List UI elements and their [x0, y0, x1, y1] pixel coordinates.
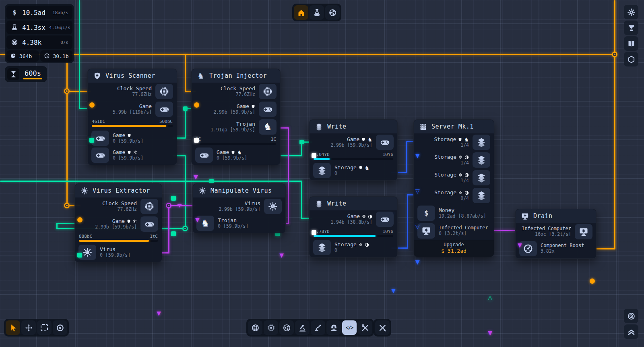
input-port[interactable] [77, 253, 82, 258]
output-port[interactable]: ▼ [488, 330, 492, 336]
compress-badge-icon [359, 243, 363, 247]
timer-panel: 600s [5, 66, 47, 82]
layers-icon [314, 122, 323, 131]
layers-icon[interactable] [313, 240, 331, 255]
node-header[interactable]: Write [310, 197, 397, 210]
cpu-icon[interactable] [155, 84, 173, 99]
input-port[interactable] [194, 138, 199, 143]
center-view-button[interactable] [624, 309, 638, 323]
node-virus-scanner[interactable]: Virus Scanner Clock Speed77.6ZHz Game5.9… [87, 69, 177, 165]
layers-icon[interactable] [473, 135, 490, 150]
monitor-virus-icon[interactable] [575, 224, 592, 239]
cooling-button[interactable] [279, 320, 294, 335]
output-port[interactable]: △ [488, 295, 492, 300]
output-row: Virus0 [59.9b/s] ▼ [75, 244, 162, 262]
resource-rate: 0/s [60, 40, 68, 45]
gamepad-icon[interactable] [376, 212, 394, 227]
input-port[interactable]: ▼ [415, 259, 420, 265]
select-tool-button[interactable] [6, 320, 20, 335]
output-port[interactable] [590, 278, 595, 284]
node-header[interactable]: Write [310, 120, 397, 133]
layers-icon[interactable] [313, 163, 331, 178]
network-button[interactable] [248, 320, 262, 335]
factory-canvas[interactable]: Virus Scanner Clock Speed77.6ZHz Game5.9… [0, 0, 644, 347]
row-label: Trojan [218, 218, 278, 224]
input-port[interactable] [312, 153, 316, 158]
lab-button[interactable] [295, 320, 310, 335]
gamepad-icon[interactable] [259, 102, 277, 117]
gamepad-icon[interactable] [91, 148, 109, 163]
input-port[interactable] [77, 217, 83, 222]
input-port[interactable]: ▽ [415, 224, 420, 229]
input-port[interactable]: ▽ [415, 188, 420, 194]
hacker-button[interactable] [326, 320, 341, 335]
input-port[interactable] [89, 138, 94, 143]
home-button[interactable] [294, 5, 308, 20]
node-write-2[interactable]: Write Game1.94b [38.8b/s] 7.78Yb10Yb Sto… [309, 196, 398, 258]
marquee-tool-button[interactable] [37, 320, 52, 335]
input-port[interactable]: ▼ [194, 174, 198, 180]
knight-icon[interactable]: ♞ [259, 119, 277, 135]
compress-badge-icon [362, 214, 366, 218]
output-port[interactable]: ▼ [391, 288, 396, 293]
wire-junction [182, 226, 188, 231]
node-trojan-injector[interactable]: ♞ Trojan Injector Clock Speed77.6ZHz Gam… [191, 69, 281, 165]
achievements-button[interactable] [624, 21, 638, 35]
layers-icon[interactable] [473, 152, 490, 168]
output-port[interactable]: ▼ [157, 310, 161, 316]
node-virus-extractor[interactable]: Virus Extractor Clock Speed77.6ZHz Game2… [74, 183, 162, 262]
virus-icon[interactable] [78, 245, 96, 260]
guide-button[interactable] [624, 36, 638, 51]
scripts-button[interactable]: </> [342, 320, 357, 335]
move-tool-button[interactable] [21, 320, 36, 335]
node-header[interactable]: ♞ Trojan Injector [192, 69, 280, 83]
node-header[interactable]: Manipulate Virus [193, 184, 285, 197]
layers-icon[interactable] [473, 188, 490, 203]
input-port[interactable]: ▼ [415, 153, 420, 158]
gamepad-icon[interactable] [140, 216, 158, 232]
modules-button[interactable] [624, 52, 638, 66]
research-button[interactable] [310, 5, 324, 20]
input-row: Game2.99b [59.9b/s] [192, 100, 280, 118]
node-header[interactable]: Server Mk.1 [414, 120, 494, 133]
hardware-button[interactable] [264, 320, 278, 335]
input-port[interactable]: ▼ [195, 217, 200, 222]
gamepad-icon[interactable] [195, 148, 213, 163]
collapse-button[interactable] [624, 324, 638, 339]
output-port[interactable]: ▼ [279, 252, 284, 258]
settings-button[interactable] [624, 5, 638, 19]
input-port[interactable] [89, 102, 95, 108]
output-port[interactable] [171, 231, 176, 236]
gamepad-icon[interactable] [155, 102, 173, 117]
node-header[interactable]: Virus Scanner [88, 69, 177, 83]
cpu-icon[interactable] [140, 199, 158, 214]
row-value: 3.82x [541, 249, 589, 254]
gamepad-icon[interactable] [376, 135, 394, 150]
wire-junction [64, 203, 70, 208]
node-write-1[interactable]: Write Game♞2.99b [59.9b/s] 2.04Yb10Yb St… [309, 119, 398, 181]
node-header[interactable]: Drain [516, 209, 596, 223]
input-port[interactable] [312, 230, 316, 235]
input-port[interactable] [194, 102, 199, 108]
input-port[interactable]: ▼ [518, 242, 522, 248]
node-drain[interactable]: Drain ▼ Infected Computer16oc [3.2t/s] C… [515, 209, 597, 259]
knight-badge-icon: ♞ [365, 165, 369, 170]
virus-icon[interactable] [264, 199, 282, 214]
design-button[interactable] [375, 320, 390, 335]
output-port[interactable] [171, 196, 176, 201]
robotics-button[interactable] [311, 320, 325, 335]
monitor-virus-icon[interactable] [417, 223, 435, 239]
node-manipulate-virus[interactable]: Manipulate Virus ▼ Virus2.99b [59.9b/s] … [192, 183, 286, 233]
trophy-icon [627, 24, 636, 32]
automation-button[interactable] [325, 5, 340, 20]
dollar-icon[interactable]: $ [417, 206, 435, 221]
row-value: 5.99b [119b/s] [95, 110, 152, 115]
progress-bar [314, 235, 393, 237]
layers-icon[interactable] [473, 170, 490, 185]
area-tool-button[interactable] [53, 320, 67, 335]
cpu-icon[interactable] [259, 84, 277, 99]
node-server-mk1[interactable]: Server Mk.1 ▼ Storage♞1/4 ▽ Storage1/4 ▽… [413, 119, 494, 257]
node-header[interactable]: Virus Extractor [75, 184, 162, 197]
upgrade-button[interactable]: Upgrade $ 31.2ad [414, 240, 494, 257]
tools-button[interactable] [358, 320, 372, 335]
